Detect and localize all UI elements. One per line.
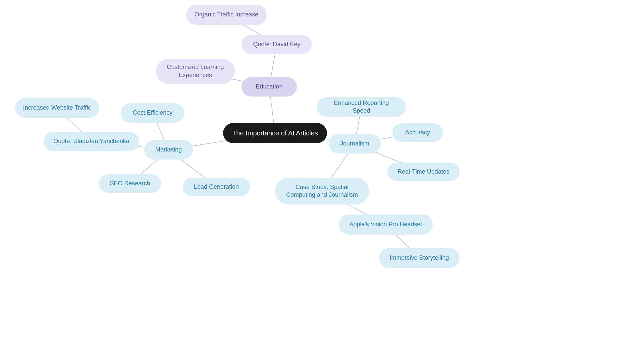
cost-efficiency-node[interactable]: Cost Efficiency [121,103,184,123]
lead-generation-node[interactable]: Lead Generation [183,178,250,196]
accuracy-node[interactable]: Accuracy [392,123,443,142]
quote-david-node[interactable]: Quote: David Key [241,35,312,54]
quote-uladizlau-node[interactable]: Quote: Uladizlau Yanchenka [44,132,139,151]
mindmap-container: The Importance of AI Articles Organic Tr… [0,0,644,363]
journalism-node[interactable]: Journalism [329,134,381,154]
apple-vision-node[interactable]: Apple's Vision Pro Headset [339,215,433,235]
center-node[interactable]: The Importance of AI Articles [223,123,327,143]
seo-research-node[interactable]: SEO Research [99,174,161,193]
immersive-storytelling-node[interactable]: Immersive Storytelling [379,248,460,268]
enhanced-reporting-node[interactable]: Enhanced Reporting Speed [317,97,406,117]
increased-traffic-node[interactable]: Increased Website Traffic [15,98,99,118]
organic-traffic-node[interactable]: Organic Traffic Increase [186,5,267,25]
education-node[interactable]: Education [241,77,297,97]
case-study-node[interactable]: Case Study: Spatial Computing and Journa… [275,178,369,204]
realtime-updates-node[interactable]: Real-Time Updates [387,163,460,181]
marketing-node[interactable]: Marketing [144,140,193,160]
customized-learning-node[interactable]: Customized Learning Experiences [156,59,235,84]
